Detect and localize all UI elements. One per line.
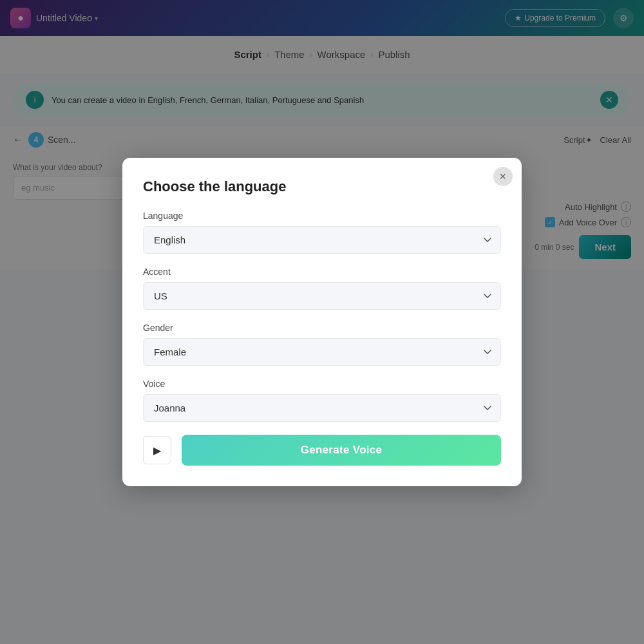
modal-close-button[interactable]: ✕ bbox=[493, 167, 513, 186]
language-group: Language English French German Italian P… bbox=[143, 211, 501, 254]
generate-voice-button[interactable]: Generate Voice bbox=[182, 435, 501, 466]
gender-label: Gender bbox=[143, 323, 501, 333]
accent-select[interactable]: US UK Australian Indian bbox=[143, 282, 501, 310]
voice-group: Voice Joanna Salli Kimberly Kendra Ivy J… bbox=[143, 379, 501, 422]
gender-group: Gender Female Male bbox=[143, 323, 501, 366]
voice-select[interactable]: Joanna Salli Kimberly Kendra Ivy Justin … bbox=[143, 394, 501, 422]
modal-overlay: ✕ Choose the language Language English F… bbox=[0, 0, 644, 644]
modal-footer: ▶ Generate Voice bbox=[143, 435, 501, 466]
language-modal: ✕ Choose the language Language English F… bbox=[122, 158, 522, 486]
accent-group: Accent US UK Australian Indian bbox=[143, 267, 501, 310]
language-select[interactable]: English French German Italian Portuguese… bbox=[143, 226, 501, 254]
play-icon: ▶ bbox=[153, 444, 161, 457]
accent-label: Accent bbox=[143, 267, 501, 277]
play-button[interactable]: ▶ bbox=[143, 436, 171, 464]
gender-select[interactable]: Female Male bbox=[143, 338, 501, 366]
modal-title: Choose the language bbox=[143, 178, 501, 195]
language-label: Language bbox=[143, 211, 501, 221]
voice-label: Voice bbox=[143, 379, 501, 389]
